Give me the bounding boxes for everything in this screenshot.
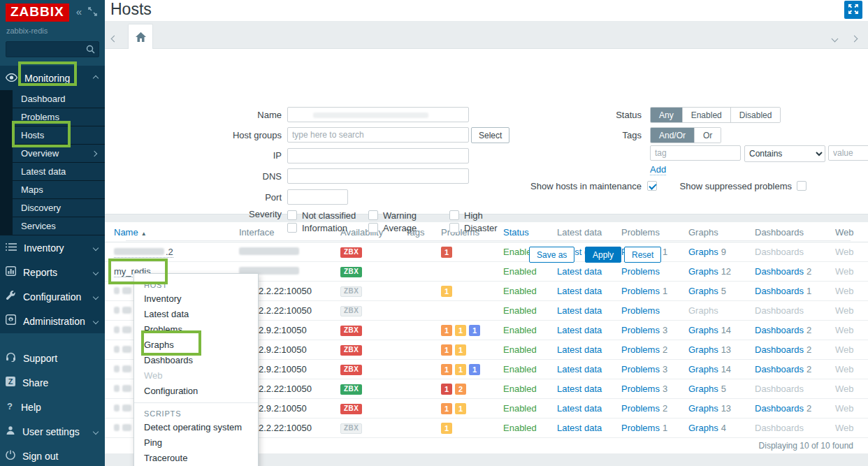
tags-option-and-or[interactable]: And/Or	[651, 128, 694, 143]
problem-badge-info[interactable]: 1	[469, 364, 480, 375]
context-menu-item-inventory[interactable]: Inventory	[134, 291, 258, 307]
problems-link[interactable]: Problems	[621, 364, 660, 374]
column-header-name[interactable]: Name▲	[114, 227, 239, 238]
context-menu-item-configuration[interactable]: Configuration	[134, 384, 258, 399]
problem-badge-disaster[interactable]: 1	[441, 384, 452, 395]
sidebar-item-discovery[interactable]: Discovery	[13, 199, 105, 217]
sidebar-item-user-settings[interactable]: User settings	[0, 419, 105, 444]
problem-badge-average[interactable]: 1	[441, 344, 452, 356]
problem-badge-warning[interactable]: 1	[455, 325, 466, 336]
latest-data-link[interactable]: Latest data	[557, 266, 602, 277]
tag-operator-select[interactable]: Contains	[744, 145, 825, 162]
dns-input[interactable]	[287, 168, 469, 184]
problem-badge-warning[interactable]: 1	[441, 423, 452, 434]
problems-link[interactable]: Problems	[621, 403, 660, 414]
dashboards-link[interactable]: Dashboards	[755, 403, 804, 414]
filter-home-tab[interactable]	[128, 24, 153, 49]
severity-checkbox[interactable]	[449, 223, 459, 233]
filter-tab-next-icon[interactable]	[852, 31, 857, 44]
sidebar-item-maps[interactable]: Maps	[13, 181, 105, 199]
tag-add-link[interactable]: Add	[650, 164, 666, 175]
status-enabled-link[interactable]: Enabled	[503, 423, 537, 433]
sidebar-item-latest-data[interactable]: Latest data	[13, 163, 105, 181]
dashboards-link[interactable]: Dashboards	[755, 286, 804, 296]
graphs-link[interactable]: Graphs	[688, 344, 718, 355]
sidebar-section-reports[interactable]: Reports	[0, 260, 105, 284]
port-input[interactable]	[287, 189, 348, 205]
sidebar-item-support[interactable]: Support	[0, 346, 105, 370]
status-option-any[interactable]: Any	[651, 108, 682, 122]
sidebar-item-overview[interactable]: Overview	[13, 145, 105, 163]
latest-data-link[interactable]: Latest data	[557, 384, 602, 394]
dashboards-link[interactable]: Dashboards	[755, 325, 804, 335]
dashboards-link[interactable]: Dashboards	[755, 266, 804, 277]
status-option-disabled[interactable]: Disabled	[730, 108, 781, 122]
sidebar-item-help[interactable]: ?Help	[0, 395, 105, 419]
sidebar-expand-icon[interactable]	[88, 7, 97, 18]
latest-data-link[interactable]: Latest data	[557, 423, 602, 433]
problems-link[interactable]: Problems	[621, 325, 660, 335]
sidebar-item-hosts[interactable]: Hosts	[13, 126, 105, 145]
severity-checkbox[interactable]	[368, 223, 378, 233]
latest-data-link[interactable]: Latest data	[557, 286, 602, 296]
host-name-redacted[interactable]: .2	[114, 247, 173, 258]
graphs-link[interactable]: Graphs	[688, 403, 718, 414]
graphs-link[interactable]: Graphs	[688, 286, 718, 296]
status-enabled-link[interactable]: Enabled	[503, 403, 537, 414]
sidebar-section-configuration[interactable]: Configuration	[0, 284, 105, 309]
sidebar-search-input[interactable]	[6, 41, 99, 57]
context-menu-item-ping[interactable]: Ping	[134, 435, 258, 451]
ip-input[interactable]	[287, 148, 469, 163]
dashboards-link[interactable]: Dashboards	[755, 344, 804, 355]
status-enabled-link[interactable]: Enabled	[503, 364, 537, 374]
status-enabled-link[interactable]: Enabled	[503, 325, 537, 335]
reset-button[interactable]: Reset	[624, 247, 661, 263]
host-groups-select-button[interactable]: Select	[471, 127, 509, 143]
problems-link[interactable]: Problems	[621, 266, 660, 277]
problem-badge-average[interactable]: 1	[441, 403, 452, 414]
latest-data-link[interactable]: Latest data	[557, 364, 602, 374]
host-groups-input[interactable]	[287, 127, 469, 143]
context-menu-item-latest-data[interactable]: Latest data	[134, 307, 258, 322]
problems-link[interactable]: Problems	[621, 305, 660, 316]
latest-data-link[interactable]: Latest data	[557, 403, 602, 414]
sidebar-item-sign-out[interactable]: Sign out	[0, 444, 105, 466]
latest-data-link[interactable]: Latest data	[557, 325, 602, 335]
sidebar-section-monitoring[interactable]: Monitoring	[0, 66, 105, 90]
sidebar-collapse-icon[interactable]: «	[76, 7, 82, 18]
graphs-link[interactable]: Graphs	[688, 247, 718, 257]
severity-checkbox[interactable]	[287, 210, 297, 220]
problem-badge-warning[interactable]: 1	[441, 286, 452, 297]
name-input[interactable]	[287, 107, 469, 122]
sidebar-item-services[interactable]: Services	[13, 217, 105, 235]
status-enabled-link[interactable]: Enabled	[503, 384, 537, 394]
problems-link[interactable]: Problems	[621, 384, 660, 394]
problems-link[interactable]: Problems	[621, 344, 660, 355]
problem-badge-warning[interactable]: 1	[455, 364, 466, 375]
problem-badge-info[interactable]: 1	[469, 325, 480, 336]
severity-checkbox[interactable]	[449, 210, 459, 220]
dashboards-link[interactable]: Dashboards	[755, 364, 804, 374]
problem-badge-warning[interactable]: 1	[455, 344, 466, 356]
severity-checkbox[interactable]	[368, 210, 378, 220]
context-menu-item-problems[interactable]: Problems	[134, 322, 258, 337]
sidebar-item-share[interactable]: ZShare	[0, 370, 105, 395]
context-menu-item-graphs[interactable]: Graphs	[134, 337, 258, 353]
problem-badge-average[interactable]: 1	[441, 325, 452, 336]
apply-button[interactable]: Apply	[585, 247, 621, 263]
host-name-cell[interactable]: .2	[114, 247, 239, 258]
graphs-link[interactable]: Graphs	[688, 423, 718, 433]
save-as-button[interactable]: Save as	[529, 247, 574, 263]
graphs-link[interactable]: Graphs	[688, 384, 718, 394]
severity-checkbox[interactable]	[287, 223, 297, 233]
problems-link[interactable]: Problems	[621, 286, 660, 296]
tags-option-or[interactable]: Or	[694, 128, 721, 143]
context-menu-item-dashboards[interactable]: Dashboards	[134, 353, 258, 368]
latest-data-link[interactable]: Latest data	[557, 305, 602, 316]
graphs-link[interactable]: Graphs	[688, 325, 718, 335]
problem-badge-average[interactable]: 1	[441, 364, 452, 375]
context-menu-item-traceroute[interactable]: Traceroute	[134, 451, 258, 466]
problem-badge-high[interactable]: 1	[441, 247, 452, 258]
show-suppressed-checkbox[interactable]	[797, 181, 806, 191]
status-enabled-link[interactable]: Enabled	[503, 344, 537, 355]
